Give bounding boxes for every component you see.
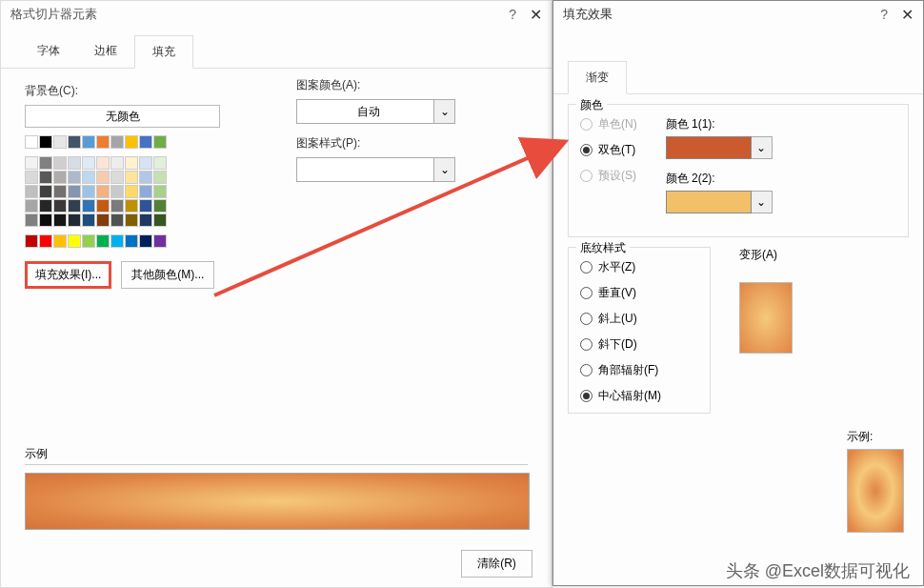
color-cell[interactable] bbox=[82, 156, 95, 170]
color-cell[interactable] bbox=[139, 199, 152, 213]
radio-shading-0[interactable]: 水平(Z) bbox=[580, 259, 698, 275]
color-cell[interactable] bbox=[153, 234, 167, 248]
color-cell[interactable] bbox=[125, 213, 138, 227]
chevron-down-icon[interactable]: ⌄ bbox=[752, 136, 773, 159]
fill-effects-button[interactable]: 填充效果(I)... bbox=[25, 261, 111, 289]
color-cell[interactable] bbox=[25, 213, 38, 227]
color-cell[interactable] bbox=[96, 234, 110, 248]
color-cell[interactable] bbox=[139, 135, 152, 149]
radio-shading-2[interactable]: 斜上(U) bbox=[580, 311, 698, 327]
radio-preset[interactable]: 预设(S) bbox=[580, 168, 637, 184]
color-cell[interactable] bbox=[82, 234, 95, 248]
radio-shading-5[interactable]: 中心辐射(M) bbox=[580, 388, 698, 404]
color-cell[interactable] bbox=[125, 199, 138, 213]
radio-shading-1[interactable]: 垂直(V) bbox=[580, 285, 698, 301]
color-cell[interactable] bbox=[25, 171, 38, 184]
color-cell[interactable] bbox=[153, 135, 167, 149]
color-cell[interactable] bbox=[153, 156, 167, 170]
color-cell[interactable] bbox=[68, 199, 81, 213]
color-cell[interactable] bbox=[110, 135, 124, 149]
color-cell[interactable] bbox=[39, 199, 52, 213]
close-icon[interactable]: ✕ bbox=[901, 6, 914, 24]
tab-font[interactable]: 字体 bbox=[20, 35, 77, 68]
color-cell[interactable] bbox=[82, 213, 95, 227]
color-cell[interactable] bbox=[139, 185, 152, 198]
color-cell[interactable] bbox=[96, 171, 110, 184]
color-cell[interactable] bbox=[53, 135, 67, 149]
color-cell[interactable] bbox=[53, 213, 67, 227]
chevron-down-icon[interactable]: ⌄ bbox=[434, 157, 455, 182]
color-cell[interactable] bbox=[39, 135, 52, 149]
color-cell[interactable] bbox=[82, 199, 95, 213]
color-cell[interactable] bbox=[125, 185, 138, 198]
color-cell[interactable] bbox=[25, 185, 38, 198]
chevron-down-icon[interactable]: ⌄ bbox=[434, 99, 455, 124]
color-cell[interactable] bbox=[25, 135, 38, 149]
color1-swatch[interactable] bbox=[666, 136, 752, 159]
more-colors-button[interactable]: 其他颜色(M)... bbox=[121, 261, 214, 289]
color-cell[interactable] bbox=[139, 234, 152, 248]
color-cell[interactable] bbox=[68, 234, 81, 248]
color-cell[interactable] bbox=[25, 234, 38, 248]
color-cell[interactable] bbox=[153, 185, 167, 198]
close-icon[interactable]: ✕ bbox=[530, 6, 542, 24]
clear-button[interactable]: 清除(R) bbox=[461, 550, 532, 578]
color-cell[interactable] bbox=[153, 199, 167, 213]
color-cell[interactable] bbox=[96, 156, 110, 170]
radio-shading-4[interactable]: 角部辐射(F) bbox=[580, 362, 698, 378]
color-cell[interactable] bbox=[96, 199, 110, 213]
chevron-down-icon[interactable]: ⌄ bbox=[752, 191, 773, 213]
help-icon[interactable]: ? bbox=[509, 7, 516, 22]
color2-swatch[interactable] bbox=[666, 191, 752, 213]
color-cell[interactable] bbox=[39, 171, 52, 184]
color-cell[interactable] bbox=[25, 156, 38, 170]
color-cell[interactable] bbox=[68, 135, 81, 149]
color-cell[interactable] bbox=[82, 135, 95, 149]
color-cell[interactable] bbox=[25, 199, 38, 213]
color-cell[interactable] bbox=[53, 234, 67, 248]
color-cell[interactable] bbox=[39, 234, 52, 248]
color-cell[interactable] bbox=[68, 185, 81, 198]
color-cell[interactable] bbox=[82, 171, 95, 184]
tab-fill[interactable]: 填充 bbox=[134, 35, 193, 69]
radio-single-color[interactable]: 单色(N) bbox=[580, 116, 637, 132]
color-cell[interactable] bbox=[125, 171, 138, 184]
color-cell[interactable] bbox=[53, 199, 67, 213]
color-cell[interactable] bbox=[110, 213, 124, 227]
color-cell[interactable] bbox=[96, 213, 110, 227]
color-cell[interactable] bbox=[53, 185, 67, 198]
color-cell[interactable] bbox=[110, 199, 124, 213]
color-cell[interactable] bbox=[53, 156, 67, 170]
radio-two-color[interactable]: 双色(T) bbox=[580, 142, 637, 158]
pattern-style-select[interactable]: ⌄ bbox=[296, 157, 487, 182]
color-cell[interactable] bbox=[39, 185, 52, 198]
color-cell[interactable] bbox=[153, 171, 167, 184]
color-cell[interactable] bbox=[139, 156, 152, 170]
pattern-color-select[interactable]: 自动 ⌄ bbox=[296, 99, 487, 124]
color-cell[interactable] bbox=[82, 185, 95, 198]
radio-shading-3[interactable]: 斜下(D) bbox=[580, 336, 698, 353]
color-cell[interactable] bbox=[125, 234, 138, 248]
color-cell[interactable] bbox=[110, 185, 124, 198]
color-cell[interactable] bbox=[68, 213, 81, 227]
color-cell[interactable] bbox=[125, 135, 138, 149]
color-cell[interactable] bbox=[125, 156, 138, 170]
color-cell[interactable] bbox=[110, 171, 124, 184]
color-cell[interactable] bbox=[68, 156, 81, 170]
color-cell[interactable] bbox=[53, 171, 67, 184]
color-cell[interactable] bbox=[68, 171, 81, 184]
tab-border[interactable]: 边框 bbox=[77, 35, 134, 68]
help-icon[interactable]: ? bbox=[880, 7, 888, 22]
color-cell[interactable] bbox=[96, 185, 110, 198]
tab-gradient[interactable]: 渐变 bbox=[568, 61, 627, 94]
color-cell[interactable] bbox=[110, 156, 124, 170]
color-cell[interactable] bbox=[110, 234, 124, 248]
color-cell[interactable] bbox=[139, 213, 152, 227]
no-color-button[interactable]: 无颜色 bbox=[25, 105, 220, 128]
variant-preview[interactable] bbox=[739, 282, 793, 354]
color-cell[interactable] bbox=[96, 135, 110, 149]
color-cell[interactable] bbox=[153, 213, 167, 227]
color-cell[interactable] bbox=[139, 171, 152, 184]
color-cell[interactable] bbox=[39, 213, 52, 227]
color-cell[interactable] bbox=[39, 156, 52, 170]
